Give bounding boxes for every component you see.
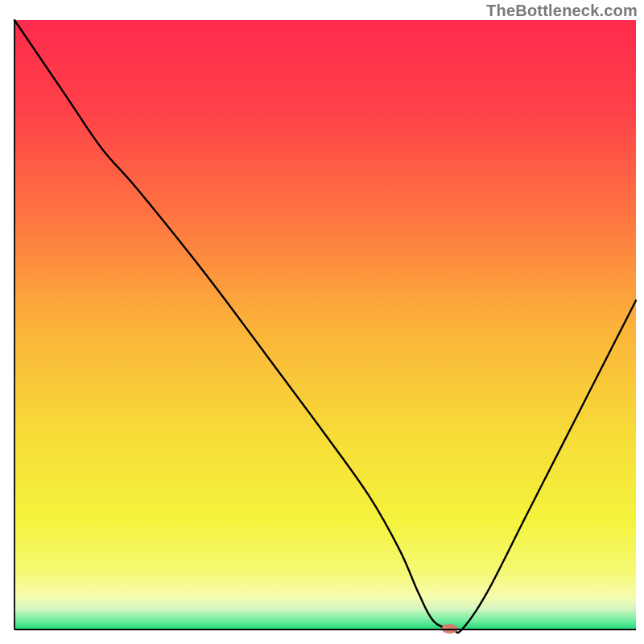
gradient-background <box>14 20 636 630</box>
chart-container: TheBottleneck.com <box>0 0 644 644</box>
optimum-marker <box>441 624 457 634</box>
chart-svg <box>0 0 644 644</box>
